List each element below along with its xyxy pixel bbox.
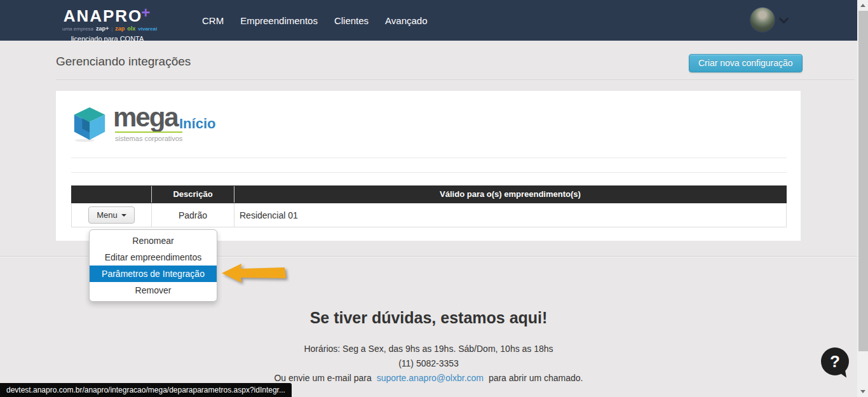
menu-item-renomear[interactable]: Renomear (90, 232, 217, 249)
card-divider (71, 158, 787, 158)
menu-item-parametros-de-integracao[interactable]: Parâmetros de Integração (90, 266, 217, 282)
row-menu-button-label: Menu (97, 210, 118, 220)
support-section: Se tiver dúvidas, estamos aqui! Horários… (0, 309, 857, 386)
question-mark-icon: ? (830, 352, 840, 372)
column-header-actions (72, 186, 152, 203)
top-nav-bar: ANAPRO+ uma empresa zap+ | zap olx vivar… (0, 0, 868, 41)
support-email-after: para abrir um chamado. (489, 373, 583, 383)
scrollbar-down-button[interactable] (857, 386, 868, 397)
scrollbar-up-button[interactable] (857, 0, 868, 11)
brand-sub-separator: | (111, 26, 112, 32)
row-menu-button[interactable]: Menu (88, 206, 135, 224)
card-divider (71, 172, 787, 173)
mega-logo-tagline: sistemas corporativos (115, 131, 182, 142)
page-title: Gerenciando integrações (56, 55, 191, 69)
nav-item-empreendimentos[interactable]: Empreendimentos (240, 15, 318, 26)
configurations-table: Descrição Válido para o(s) empreendiment… (71, 185, 787, 227)
table-row: Menu Padrão Residencial 01 (71, 203, 787, 227)
title-divider (56, 79, 855, 80)
licensed-label: licenciado para CONTA (62, 35, 153, 43)
support-email-line: Ou envie um e-mail para suporte.anapro@o… (0, 372, 857, 384)
menu-item-editar-empreendimentos[interactable]: Editar empreendimentos (90, 249, 217, 266)
inicio-link[interactable]: Início (179, 116, 215, 132)
browser-status-bar-url: devtest.anapro.com.br/anapro/integracao/… (0, 383, 292, 397)
olx-logo: olx (127, 25, 135, 32)
table-cell-descricao: Padrão (152, 203, 234, 227)
brand-name: ANAPRO+ (62, 3, 153, 25)
mega-cube-icon (71, 105, 108, 142)
column-header-valido: Válido para o(s) empreendimento(s) (234, 186, 786, 203)
triangle-up-icon (860, 4, 865, 7)
anapro-logo[interactable]: ANAPRO+ uma empresa zap+ | zap olx vivar… (62, 3, 153, 43)
table-header-row: Descrição Válido para o(s) empreendiment… (71, 185, 787, 203)
scrollbar-thumb[interactable] (858, 11, 868, 351)
create-configuration-button[interactable]: Criar nova configuração (689, 54, 803, 72)
user-avatar[interactable] (750, 7, 775, 32)
support-heading: Se tiver dúvidas, estamos aqui! (0, 309, 857, 327)
nav-item-crm[interactable]: CRM (202, 15, 224, 26)
chevron-down-icon[interactable] (779, 14, 789, 24)
zap-logo: zap (115, 25, 125, 32)
triangle-down-icon (860, 390, 865, 393)
annotation-arrow-icon (220, 260, 290, 286)
support-phone: (11) 5082-3353 (0, 357, 857, 370)
table-cell-actions: Menu (72, 203, 152, 227)
mega-logo-name: mega (113, 105, 178, 130)
page-scrollbar[interactable] (857, 0, 868, 397)
column-header-descricao: Descrição (152, 186, 234, 203)
support-email-link[interactable]: suporte.anapro@olxbr.com (377, 373, 484, 383)
nav-item-avancado[interactable]: Avançado (385, 15, 427, 26)
caret-down-icon (121, 214, 126, 217)
zap-plus-logo: zap+ (96, 25, 109, 32)
table-cell-empreendimentos: Residencial 01 (234, 203, 786, 227)
menu-item-remover[interactable]: Remover (90, 282, 217, 299)
brand-subline: uma empresa zap+ | zap olx vivareal (62, 25, 153, 32)
brand-plus-icon: + (141, 4, 151, 21)
support-hours: Horários: Seg a Sex, das 9hs as 19hs. Sá… (0, 342, 857, 355)
main-nav: CRM Empreendimentos Clientes Avançado (202, 0, 428, 41)
row-actions-dropdown: Renomear Editar empreendimentos Parâmetr… (89, 229, 217, 302)
brand-sub-prefix: uma empresa (62, 26, 93, 32)
support-email-before: Ou envie um e-mail para (274, 373, 371, 383)
vivareal-logo: vivareal (138, 26, 157, 32)
nav-item-clientes[interactable]: Clientes (334, 15, 369, 26)
help-button[interactable]: ? (821, 347, 849, 375)
